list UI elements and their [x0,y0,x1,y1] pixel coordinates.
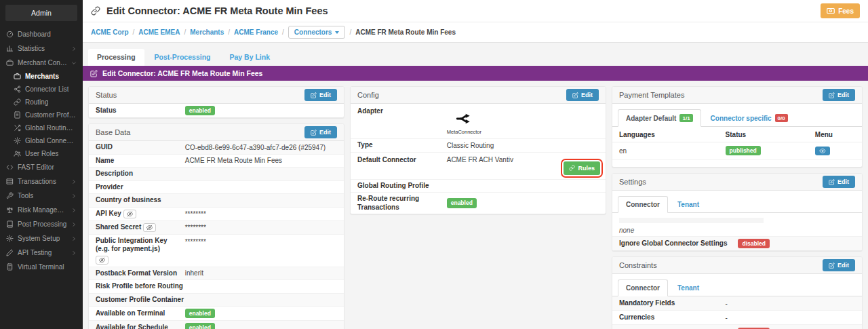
page-header: Edit Connector: ACME FR Meta Route Min F… [83,0,868,22]
sidebar: Admin Dashboard Statistics Merchant Conf… [0,0,83,329]
reveal-public-integration-key-button[interactable] [96,256,108,265]
address-book-icon [14,111,21,119]
reveal-shared-secret-button[interactable] [143,223,156,232]
eye-icon [819,148,826,154]
tab-connector[interactable]: Connector [618,196,668,213]
main-area: Edit Connector: ACME FR Meta Route Min F… [83,0,868,329]
table-row: Customer Profile Container [89,294,344,307]
rules-button[interactable]: Rules [564,161,600,175]
settings-edit-button[interactable]: Edit [823,176,855,188]
bar-chart-icon [6,45,14,52]
panel-title: Status [96,91,117,99]
sidebar-item-post-processing[interactable]: Post Processing [0,217,83,231]
link-icon [14,98,21,106]
breadcrumb-link[interactable]: ACME France [234,28,278,36]
share-icon [14,85,21,93]
admin-header[interactable]: Admin [5,5,77,21]
tab-pay-by-link[interactable]: Pay By Link [220,49,279,66]
eye-slash-icon [146,225,153,231]
status-badge: enabled [447,198,477,208]
link-icon [91,6,100,16]
sidebar-item-fast-editor[interactable]: FAST Editor [0,160,83,174]
sidebar-item-merchant-configuration[interactable]: Merchant Configuration [0,56,83,70]
tab-connector[interactable]: Connector [618,279,668,296]
status-edit-button[interactable]: Edit [304,89,337,101]
table-row: Risk Profile before Routing [89,280,344,294]
pencil-icon [6,249,14,256]
count-badge: 0/0 [775,114,788,122]
table-row: Currencies - [612,311,862,325]
sidebar-item-tools[interactable]: Tools [0,189,83,203]
sidebar-item-dashboard[interactable]: Dashboard [0,27,83,41]
shuffle-icon [14,124,21,132]
sidebar-item-statistics[interactable]: Statistics [0,41,83,56]
sidebar-item-merchants[interactable]: Merchants [5,70,83,83]
tab-tenant[interactable]: Tenant [669,279,707,296]
edit-icon [829,179,835,185]
edit-icon [311,130,317,136]
count-badge: 1/1 [679,114,692,122]
constraints-panel: Constraints Edit Connector Tenant Mandat… [612,256,863,329]
table-row: Description [89,168,344,181]
table-row: Name ACME FR Meta Route Min Fees [89,155,344,168]
tab-post-processing[interactable]: Post-Processing [146,49,220,66]
table-row: Postback Format Version inherit [89,267,344,281]
sidebar-item-api-testing[interactable]: API Testing [0,246,83,260]
table-row: Available for Schedule enabled [89,321,344,329]
eye-slash-icon [127,211,133,217]
base-data-edit-button[interactable]: Edit [304,126,337,138]
status-badge: disabled [738,239,769,248]
view-template-button[interactable] [815,147,830,155]
breadcrumb-link[interactable]: Merchants [190,28,224,36]
status-badge: published [726,146,761,155]
sidebar-item-transactions[interactable]: Transactions [0,174,83,189]
edit-icon [311,92,317,98]
panel-title: Constraints [619,261,657,269]
table-row: Ignore Global Connector Settings disable… [612,325,862,329]
scale-icon [6,206,14,214]
constraints-edit-button[interactable]: Edit [823,259,855,271]
tab-processing[interactable]: Processing [88,49,144,66]
table-row: Mandatory Fields - [612,296,862,311]
sidebar-item-customer-profiles[interactable]: Customer Profiles [5,109,83,121]
config-panel: Config Edit Adapter [350,86,606,214]
tab-tenant[interactable]: Tenant [669,196,707,213]
breadcrumb-current: ACME FR Meta Route Min Fees [355,28,456,36]
banknote-icon [827,7,835,15]
edit-icon [829,92,835,98]
fees-button[interactable]: Fees [821,3,860,18]
payment-templates-edit-button[interactable]: Edit [823,89,855,101]
chevron-right-icon [71,193,77,199]
sidebar-item-connector-list[interactable]: Connector List [5,83,83,96]
reveal-api-key-button[interactable] [123,210,136,218]
sidebar-item-system-setup[interactable]: System Setup [0,231,83,246]
gear-icon [14,137,21,144]
dashboard-icon [6,31,14,38]
table-row: en published [612,142,862,160]
panel-title: Settings [619,178,646,186]
table-row: GUID CO-ebd8-6e99-6c47-a390-afc7-de26 (#… [89,141,344,155]
table-header: Languages Status Menu [612,127,862,142]
chevron-right-icon [71,46,77,52]
status-badge: enabled [185,106,215,115]
table-row: Type Classic Routing [351,139,606,153]
sidebar-item-virtual-terminal[interactable]: Virtual Terminal [0,260,83,274]
sidebar-item-user-roles[interactable]: User Roles [5,147,83,160]
sidebar-item-risk-management[interactable]: Risk Management [0,203,83,217]
page-title: Edit Connector: ACME FR Meta Route Min F… [106,5,328,16]
connectors-dropdown[interactable]: Connectors [288,26,346,39]
breadcrumb-link[interactable]: ACME Corp [91,28,129,36]
config-edit-button[interactable]: Edit [566,89,599,101]
sidebar-item-global-routing-profile[interactable]: Global Routing Profile [5,121,83,134]
table-row: Status enabled [89,104,344,117]
base-data-panel: Base Data Edit GUID CO-ebd8-6e99-6c47-a3… [88,123,344,329]
tab-connector-specific[interactable]: Connector specific 0/0 [703,109,796,127]
edit-icon [90,70,98,77]
sidebar-item-routing[interactable]: Routing [5,96,83,109]
chevron-right-icon [71,250,77,256]
tab-adapter-default[interactable]: Adapter Default 1/1 [618,109,701,127]
sidebar-item-global-connector-settings[interactable]: Global Connector Settings [5,134,83,147]
panel-title: Config [357,91,379,99]
settings-panel: Settings Edit Connector Tenant none Igno… [612,173,863,251]
breadcrumb-link[interactable]: ACME EMEA [138,28,180,36]
